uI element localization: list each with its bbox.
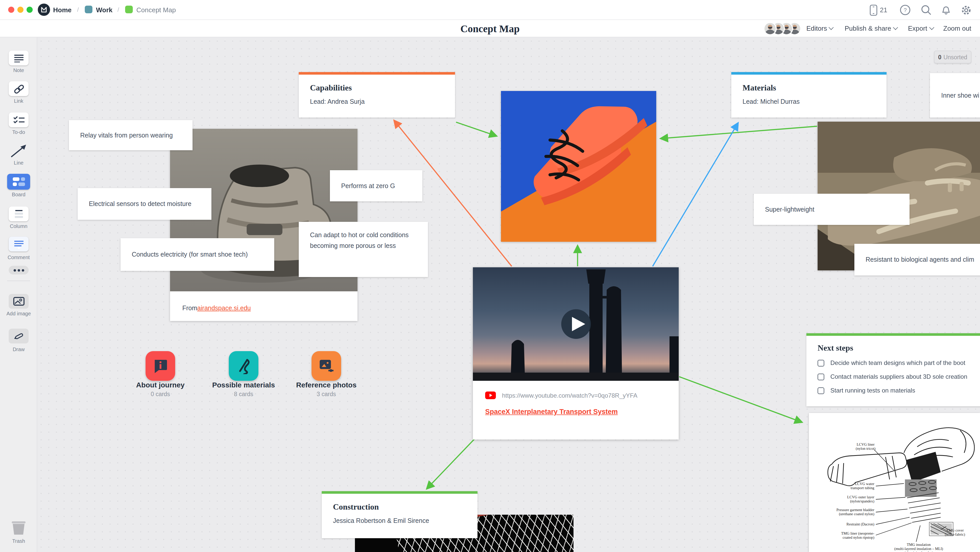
orange-sneakers-image[interactable] — [501, 91, 656, 242]
settings-gear-icon[interactable] — [961, 5, 972, 16]
editor-avatar[interactable] — [764, 22, 777, 35]
orange-sneakers-art — [501, 91, 656, 242]
card-title: Materials — [743, 83, 875, 93]
more-tools-button[interactable] — [9, 266, 29, 274]
unsorted-badge[interactable]: 0 Unsorted — [934, 51, 971, 63]
note-text: Inner shoe wi — [941, 92, 979, 99]
svg-text:(aluminized mylar): (aluminized mylar) — [904, 551, 933, 552]
search-icon[interactable] — [921, 5, 931, 15]
checkbox[interactable] — [818, 360, 824, 366]
card-count-icon[interactable] — [870, 5, 877, 16]
svg-text:transport tubing: transport tubing — [851, 486, 875, 490]
close-window-button[interactable] — [8, 6, 14, 13]
board-label[interactable]: Possible materials — [200, 381, 287, 389]
checkbox[interactable] — [818, 387, 824, 394]
svg-text:(urethane coated nylon): (urethane coated nylon) — [839, 512, 874, 516]
board-label[interactable]: About journey — [117, 381, 204, 389]
caption-prefix: From — [182, 305, 197, 312]
svg-text:LCVG water: LCVG water — [855, 482, 874, 486]
board-about-journey[interactable] — [146, 351, 175, 381]
todo-item: Contact materials suppliers about 3D sol… — [818, 373, 979, 380]
trash-button[interactable] — [10, 520, 27, 537]
video-thumbnail[interactable] — [473, 267, 679, 381]
column-tool-button[interactable] — [9, 206, 29, 221]
board-tool-button[interactable] — [7, 174, 30, 190]
maximize-window-button[interactable] — [27, 6, 33, 13]
note-can-adapt[interactable]: Can adapt to hot or cold conditions beco… — [299, 222, 428, 277]
spacesuit-diagram-image[interactable]: LCVG liner (nylon tricot) LCVG water tra… — [809, 413, 980, 552]
spacesuit-arm-diagram: LCVG liner (nylon tricot) LCVG water tra… — [809, 413, 980, 552]
youtube-icon — [485, 391, 496, 399]
milanote-logo-icon[interactable] — [38, 3, 50, 16]
note-performs-zero-g[interactable]: Performs at zero G — [330, 170, 422, 201]
work-board-icon[interactable] — [85, 6, 92, 13]
note-text: Resistant to biological agents and clim — [865, 256, 974, 263]
card-title: Construction — [333, 503, 466, 512]
editors-menu[interactable]: Editors — [807, 24, 833, 32]
note-tool-button[interactable] — [9, 51, 29, 65]
note-tool-label: Note — [0, 67, 37, 73]
breadcrumb-home[interactable]: Home — [53, 6, 72, 14]
svg-text:LCVG outer layer: LCVG outer layer — [847, 495, 874, 499]
board-label[interactable]: Reference photos — [283, 381, 370, 389]
publish-share-menu[interactable]: Publish & share — [845, 24, 897, 32]
help-icon[interactable]: ? — [900, 5, 910, 15]
note-conducts-electricity[interactable]: Conducts electricity (for smart shoe tec… — [121, 238, 274, 271]
draw-pencil-icon — [13, 332, 25, 341]
line-tool-button[interactable] — [10, 143, 27, 161]
draw-button[interactable] — [9, 329, 29, 343]
needle-thread-icon — [236, 358, 251, 374]
draw-label: Draw — [0, 346, 37, 352]
capabilities-card[interactable]: Capabilities Lead: Andrea Surja — [299, 72, 455, 118]
window-titlebar: Home / Work / Concept Map 21 ? — [0, 0, 980, 20]
note-text: Relay vitals from person wearing — [80, 132, 173, 139]
publish-share-label: Publish & share — [845, 24, 891, 32]
minimize-window-button[interactable] — [18, 6, 24, 13]
card-accent-bar — [731, 72, 886, 75]
checkbox[interactable] — [818, 373, 824, 380]
zoom-out-button[interactable]: Zoom out — [943, 24, 971, 32]
todo-label[interactable]: Contact materials suppliers about 3D sol… — [830, 373, 967, 380]
note-super-lightweight[interactable]: Super-lightweight — [754, 194, 910, 225]
tool-sidebar: Note Link To-do Line — [0, 37, 37, 552]
board-possible-materials[interactable] — [229, 351, 258, 381]
info-bubble-icon — [153, 358, 168, 373]
sidebar-divider — [7, 281, 30, 281]
todo-item: Start running tests on materials — [818, 387, 979, 394]
board-card-count: 3 cards — [283, 391, 370, 397]
notifications-bell-icon[interactable] — [941, 5, 951, 15]
unsorted-count: 0 — [938, 54, 942, 60]
concept-map-board-icon[interactable] — [125, 6, 133, 13]
caption-source-link[interactable]: airandspace.si.edu — [197, 305, 251, 312]
comment-icon — [13, 239, 25, 249]
card-lead: Jessica Robertson & Emil Sirence — [333, 517, 466, 525]
chevron-down-icon — [893, 25, 898, 30]
todo-tool-button[interactable] — [9, 112, 29, 127]
card-accent-bar — [322, 491, 477, 494]
add-image-button[interactable] — [9, 294, 29, 309]
note-resistant-biological[interactable]: Resistant to biological agents and clim — [854, 244, 980, 276]
todo-label[interactable]: Start running tests on materials — [830, 387, 915, 394]
comment-tool-button[interactable] — [9, 237, 29, 252]
board-card-count: 8 cards — [200, 391, 287, 397]
comment-tool-label: Comment — [0, 255, 37, 260]
video-title-link[interactable]: SpaceX Interplanetary Transport System — [485, 408, 618, 416]
breadcrumb-concept-map[interactable]: Concept Map — [136, 6, 176, 14]
note-relay-vitals[interactable]: Relay vitals from person wearing — [69, 120, 192, 150]
note-electrical-sensors[interactable]: Electrical sensors to detect moisture — [78, 188, 212, 220]
board-reference-photos[interactable] — [312, 351, 341, 381]
breadcrumb-separator: / — [118, 6, 119, 13]
export-menu[interactable]: Export — [908, 24, 933, 32]
todo-label[interactable]: Decide which team designs which part of … — [830, 359, 965, 367]
note-inner-shoe[interactable]: Inner shoe wi — [930, 73, 980, 118]
youtube-video-card[interactable]: https://www.youtube.com/watch?v=0qo78R_y… — [473, 267, 679, 440]
note-text: Can adapt to hot or cold conditions beco… — [310, 230, 419, 252]
next-steps-card[interactable]: Next steps Decide which team designs whi… — [807, 333, 980, 406]
add-image-label: Add image — [0, 311, 37, 316]
svg-text:LCVG liner: LCVG liner — [857, 442, 875, 447]
materials-card[interactable]: Materials Lead: Michel Durras — [731, 72, 886, 118]
construction-card[interactable]: Construction Jessica Robertson & Emil Si… — [322, 491, 477, 538]
link-tool-button[interactable] — [9, 81, 29, 96]
column-icon — [14, 209, 24, 218]
breadcrumb-work[interactable]: Work — [96, 6, 113, 14]
